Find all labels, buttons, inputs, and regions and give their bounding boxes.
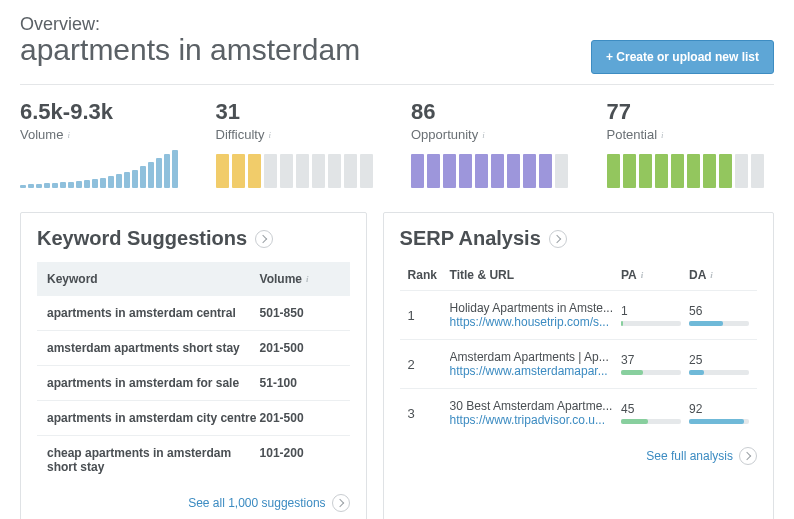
info-icon: i	[641, 270, 644, 280]
keyword-suggestions-title: Keyword Suggestions	[37, 227, 247, 250]
potential-label: Potentiali	[607, 127, 775, 142]
pa-cell: 37	[621, 353, 681, 375]
divider	[20, 84, 774, 85]
keyword-row[interactable]: apartments in amsterdam for sale51-100	[37, 366, 350, 401]
potential-value: 77	[607, 99, 775, 125]
info-icon: i	[661, 130, 664, 140]
chevron-right-icon[interactable]	[549, 230, 567, 248]
keyword-table-header: Keyword Volumei	[37, 262, 350, 296]
volume-col-header: Volumei	[260, 272, 340, 286]
keyword-row[interactable]: apartments in amsterdam central501-850	[37, 296, 350, 331]
info-icon: i	[268, 130, 271, 140]
keyword-cell: apartments in amsterdam for sale	[47, 376, 260, 390]
overview-label: Overview:	[20, 14, 360, 35]
opportunity-bars	[411, 150, 579, 188]
da-cell: 25	[689, 353, 749, 375]
keyword-col-header: Keyword	[47, 272, 260, 286]
volume-cell: 501-850	[260, 306, 340, 320]
chevron-right-icon	[332, 494, 350, 512]
volume-cell: 201-500	[260, 411, 340, 425]
keyword-cell: amsterdam apartments short stay	[47, 341, 260, 355]
serp-table-header: Rank Title & URL PAi DAi	[400, 260, 757, 291]
chevron-right-icon	[739, 447, 757, 465]
opportunity-metric: 86Opportunityi	[411, 99, 579, 188]
volume-label: Volumei	[20, 127, 188, 142]
pa-cell: 1	[621, 304, 681, 326]
see-full-analysis-link[interactable]: See full analysis	[400, 447, 757, 465]
serp-url-link[interactable]: https://www.housetrip.com/s...	[450, 315, 613, 329]
volume-value: 6.5k-9.3k	[20, 99, 188, 125]
potential-bars	[607, 150, 775, 188]
volume-bars	[20, 150, 188, 188]
pa-cell: 45	[621, 402, 681, 424]
create-upload-list-button[interactable]: + Create or upload new list	[591, 40, 774, 74]
see-all-suggestions-link[interactable]: See all 1,000 suggestions	[37, 494, 350, 512]
info-icon: i	[482, 130, 485, 140]
serp-analysis-title: SERP Analysis	[400, 227, 541, 250]
chevron-right-icon[interactable]	[255, 230, 273, 248]
serp-row[interactable]: 330 Best Amsterdam Apartme...https://www…	[400, 389, 757, 437]
volume-metric: 6.5k-9.3kVolumei	[20, 99, 188, 188]
opportunity-value: 86	[411, 99, 579, 125]
keyword-suggestions-card: Keyword Suggestions Keyword Volumei apar…	[20, 212, 367, 519]
info-icon: i	[67, 130, 70, 140]
difficulty-value: 31	[216, 99, 384, 125]
serp-url-link[interactable]: https://www.amsterdamapar...	[450, 364, 613, 378]
volume-cell: 201-500	[260, 341, 340, 355]
keyword-row[interactable]: apartments in amsterdam city centre201-5…	[37, 401, 350, 436]
keyword-row[interactable]: amsterdam apartments short stay201-500	[37, 331, 350, 366]
keyword-cell: cheap apartments in amsterdam short stay	[47, 446, 260, 474]
da-cell: 56	[689, 304, 749, 326]
info-icon: i	[710, 270, 713, 280]
pa-col-header: PAi	[621, 268, 681, 282]
page-title: apartments in amsterdam	[20, 33, 360, 67]
serp-row[interactable]: 1Holiday Apartments in Amste...https://w…	[400, 291, 757, 340]
difficulty-bars	[216, 150, 384, 188]
rank-cell: 2	[408, 357, 442, 372]
difficulty-label: Difficultyi	[216, 127, 384, 142]
opportunity-label: Opportunityi	[411, 127, 579, 142]
difficulty-metric: 31Difficultyi	[216, 99, 384, 188]
volume-cell: 101-200	[260, 446, 340, 474]
keyword-row[interactable]: cheap apartments in amsterdam short stay…	[37, 436, 350, 484]
rank-col-header: Rank	[408, 268, 442, 282]
title-url-col-header: Title & URL	[450, 268, 613, 282]
title-url-cell: 30 Best Amsterdam Apartme...https://www.…	[450, 399, 613, 427]
rank-cell: 3	[408, 406, 442, 421]
da-cell: 92	[689, 402, 749, 424]
keyword-cell: apartments in amsterdam central	[47, 306, 260, 320]
serp-row[interactable]: 2Amsterdam Apartments | Ap...https://www…	[400, 340, 757, 389]
title-url-cell: Holiday Apartments in Amste...https://ww…	[450, 301, 613, 329]
rank-cell: 1	[408, 308, 442, 323]
da-col-header: DAi	[689, 268, 749, 282]
potential-metric: 77Potentiali	[607, 99, 775, 188]
volume-cell: 51-100	[260, 376, 340, 390]
info-icon: i	[306, 274, 309, 284]
title-url-cell: Amsterdam Apartments | Ap...https://www.…	[450, 350, 613, 378]
serp-analysis-card: SERP Analysis Rank Title & URL PAi DAi 1…	[383, 212, 774, 519]
serp-url-link[interactable]: https://www.tripadvisor.co.u...	[450, 413, 613, 427]
keyword-cell: apartments in amsterdam city centre	[47, 411, 260, 425]
